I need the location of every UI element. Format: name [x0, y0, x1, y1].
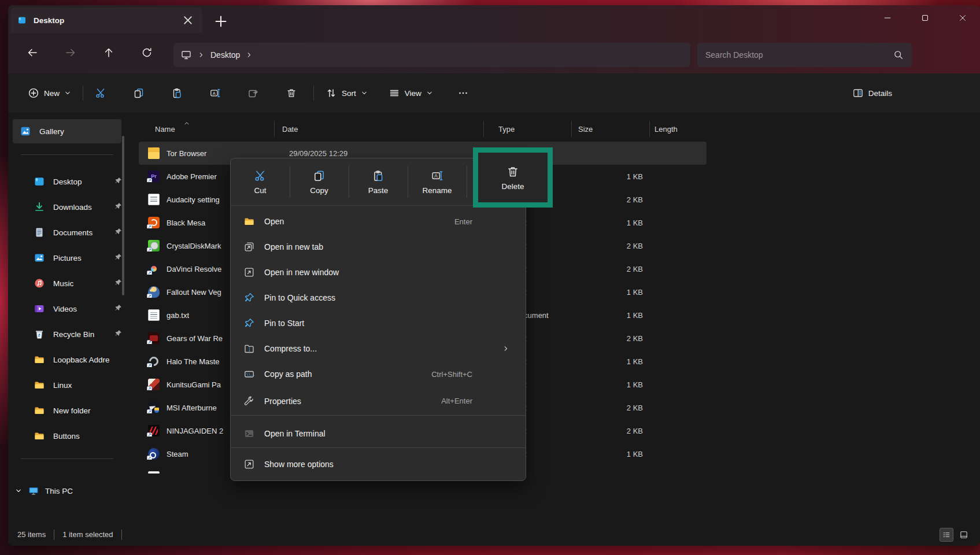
breadcrumb-chevron-icon[interactable] [198, 51, 205, 58]
sidebar-item-gallery[interactable]: Gallery [13, 119, 121, 143]
minimize-icon [883, 13, 892, 23]
column-header-type[interactable]: Type [483, 125, 571, 134]
context-menu-item[interactable]: Open in Terminal [231, 419, 526, 448]
sidebar-item[interactable]: Music [13, 271, 128, 296]
sidebar-separator [21, 458, 113, 459]
column-header-date[interactable]: Date [274, 125, 483, 134]
close-button[interactable] [945, 5, 980, 31]
breadcrumb-desktop[interactable]: Desktop [210, 50, 240, 60]
context-menu-quick-action[interactable]: Cut [231, 158, 290, 205]
column-divider[interactable] [483, 121, 484, 137]
sidebar-list: Desktop Downloads Documents Pictures Mus… [13, 169, 128, 449]
sidebar-item[interactable]: Downloads [13, 194, 128, 220]
thumbnail-view-toggle[interactable] [957, 528, 971, 542]
context-menu-quick-action[interactable]: Paste [349, 158, 408, 205]
column-header-length[interactable]: Length [649, 125, 707, 134]
sidebar-item[interactable]: New folder [13, 398, 128, 423]
file-name: gab.txt [167, 311, 189, 320]
delete-button[interactable] [279, 82, 304, 105]
sidebar-item[interactable]: Videos [13, 296, 128, 321]
context-menu-item[interactable]: \\.. Copy as path Ctrl+Shift+C [231, 361, 526, 387]
details-view-toggle[interactable] [940, 528, 953, 542]
column-divider[interactable] [649, 121, 650, 137]
sidebar-gallery-label: Gallery [39, 127, 64, 136]
sidebar-item-label: Music [53, 279, 73, 288]
context-menu-item[interactable]: Properties Alt+Enter [231, 387, 526, 416]
address-bar[interactable]: Desktop [173, 43, 690, 67]
sidebar-item-label: Desktop [53, 177, 82, 186]
shortcut-arrow-badge [147, 456, 152, 460]
menu-item-label: Open [264, 217, 445, 226]
sidebar-item[interactable]: Pictures [13, 245, 128, 271]
search-input[interactable] [705, 50, 893, 60]
context-menu-item[interactable]: Pin to Start [231, 310, 526, 336]
view-button[interactable]: View [382, 82, 440, 105]
maximize-button[interactable] [908, 5, 942, 31]
svg-text:A: A [213, 91, 216, 96]
menu-item-label: Pin to Start [264, 319, 463, 328]
details-pane-button[interactable]: Details [845, 82, 899, 105]
context-menu-item[interactable]: Show more options [231, 452, 526, 477]
this-pc-icon[interactable] [180, 49, 192, 61]
column-divider[interactable] [274, 121, 275, 137]
menu-item-shortcut: Alt+Enter [441, 397, 472, 405]
tab-close-icon[interactable] [180, 13, 195, 28]
context-menu-quick-action[interactable]: A Rename [408, 158, 467, 205]
sidebar-item[interactable]: Buttons [13, 423, 128, 449]
svg-text:A: A [434, 173, 438, 179]
sidebar-item[interactable]: Documents [13, 220, 128, 245]
file-icon [148, 448, 160, 460]
delete-highlight-annotation[interactable]: Delete [473, 147, 553, 208]
forward-button[interactable] [59, 41, 82, 64]
file-size: 1 KB [571, 172, 649, 181]
refresh-button[interactable] [135, 41, 158, 64]
sort-button[interactable]: Sort [319, 82, 375, 105]
column-header-size[interactable]: Size [571, 125, 649, 134]
file-icon [148, 147, 160, 159]
share-button[interactable] [241, 82, 266, 105]
menu-item-icon [243, 395, 255, 407]
sidebar-item-this-pc[interactable]: This PC [13, 479, 128, 502]
context-menu-quick-action[interactable]: Copy [290, 158, 349, 205]
sidebar-separator [21, 154, 113, 155]
menu-item-label: Open in Terminal [264, 429, 463, 438]
copy-icon [133, 87, 145, 99]
paste-button[interactable] [164, 82, 190, 105]
context-menu-item[interactable]: Open Enter [231, 209, 526, 234]
shortcut-arrow-badge [147, 247, 152, 251]
copy-button[interactable] [126, 82, 151, 105]
back-button[interactable] [21, 41, 44, 64]
sidebar-item[interactable]: Recycle Bin [13, 321, 128, 347]
quick-action-label: Rename [422, 186, 452, 195]
explorer-tab-desktop[interactable]: Desktop [10, 8, 202, 33]
sidebar-item[interactable]: Desktop [13, 169, 128, 194]
sidebar-item-label: Loopback Addre [53, 356, 110, 364]
shortcut-arrow-badge [147, 294, 152, 298]
context-menu-item[interactable]: Open in new tab [231, 234, 526, 260]
new-tab-button[interactable] [212, 13, 230, 29]
menu-item-label: Show more options [264, 460, 463, 469]
file-name: Tor Browser [167, 149, 206, 158]
column-divider[interactable] [571, 121, 572, 137]
rename-button[interactable]: A [202, 82, 228, 105]
context-menu-item[interactable]: Pin to Quick access [231, 285, 526, 310]
expand-chevron-icon[interactable] [15, 487, 22, 494]
menu-item-shortcut: Ctrl+Shift+C [431, 370, 472, 379]
file-name: Black Mesa [167, 219, 205, 227]
search-box[interactable] [697, 43, 912, 67]
file-size: 1 KB [571, 288, 649, 297]
new-button[interactable]: New [21, 82, 78, 105]
minimize-button[interactable] [870, 5, 905, 31]
sidebar-item[interactable]: Loopback Addre [13, 347, 128, 372]
file-name: Fallout New Veg [167, 288, 221, 297]
column-header-name[interactable]: Name [139, 125, 274, 134]
context-menu-item[interactable]: Compress to... [231, 336, 526, 361]
breadcrumb-chevron-icon[interactable] [246, 51, 253, 58]
see-more-button[interactable] [450, 82, 476, 105]
sidebar-item[interactable]: Linux [13, 372, 128, 398]
context-menu-item[interactable]: Open in new window [231, 260, 526, 285]
sidebar-scrollbar[interactable] [122, 136, 124, 295]
up-button[interactable] [97, 41, 120, 64]
cut-button[interactable] [88, 82, 113, 105]
file-icon [148, 240, 160, 251]
